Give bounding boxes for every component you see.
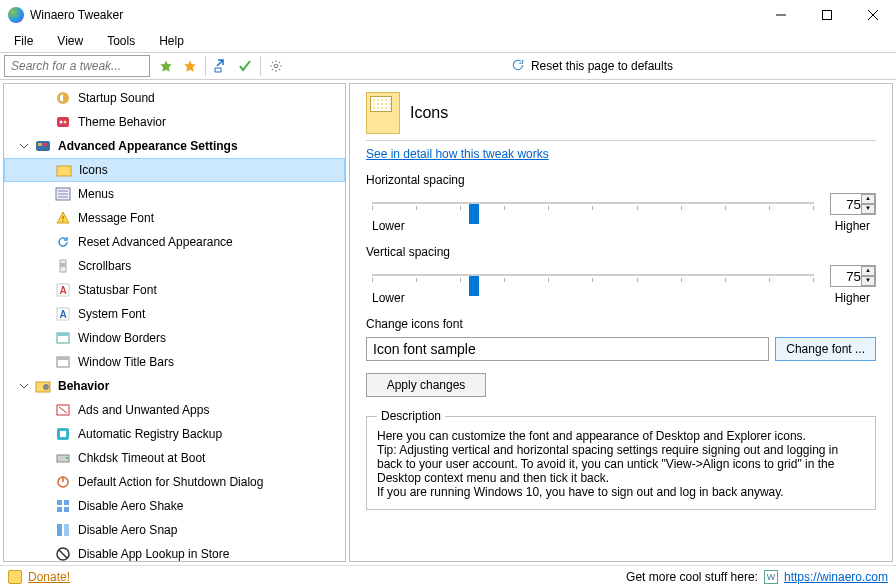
tree-item-window-borders[interactable]: Window Borders <box>4 326 345 350</box>
tree-item-system-font[interactable]: A System Font <box>4 302 345 326</box>
menu-help[interactable]: Help <box>149 32 194 50</box>
warning-icon <box>54 209 72 227</box>
tree-item-scrollbars[interactable]: Scrollbars <box>4 254 345 278</box>
svg-rect-28 <box>57 357 69 360</box>
svg-rect-39 <box>57 500 62 505</box>
chevron-down-icon[interactable] <box>18 140 30 152</box>
tree-label: Window Title Bars <box>78 355 174 369</box>
description-text: If you are running Windows 10, you have … <box>377 485 865 499</box>
window-icon <box>54 329 72 347</box>
store-block-icon <box>54 545 72 561</box>
spin-down-icon[interactable]: ▼ <box>861 204 875 214</box>
checkmark-icon[interactable] <box>234 55 256 77</box>
tree-item-aero-shake[interactable]: Disable Aero Shake <box>4 494 345 518</box>
vertical-spacing-label: Vertical spacing <box>366 245 876 259</box>
font-sample-box: Icon font sample <box>366 337 769 361</box>
tree-label: Scrollbars <box>78 259 131 273</box>
svg-point-30 <box>43 384 49 390</box>
tree-item-theme-behavior[interactable]: Theme Behavior <box>4 110 345 134</box>
tree-item-menus[interactable]: Menus <box>4 182 345 206</box>
font-a-blue-icon: A <box>54 305 72 323</box>
menu-view[interactable]: View <box>47 32 93 50</box>
power-icon <box>54 473 72 491</box>
change-font-label: Change icons font <box>366 317 876 331</box>
change-font-button[interactable]: Change font ... <box>775 337 876 361</box>
tree-item-ads[interactable]: Ads and Unwanted Apps <box>4 398 345 422</box>
tree-item-app-lookup[interactable]: Disable App Lookup in Store <box>4 542 345 561</box>
tree-cat-behavior[interactable]: Behavior <box>4 374 345 398</box>
tree-item-aero-snap[interactable]: Disable Aero Snap <box>4 518 345 542</box>
higher-label: Higher <box>835 291 870 305</box>
titlebar-icon <box>54 353 72 371</box>
donate-icon <box>8 570 22 584</box>
search-input[interactable] <box>4 55 150 77</box>
winaero-badge-icon: W <box>764 570 778 584</box>
folder-icons-icon <box>366 92 400 134</box>
content-pane: Icons See in detail how this tweak works… <box>349 83 893 562</box>
tree-label: Theme Behavior <box>78 115 166 129</box>
svg-rect-34 <box>60 431 66 437</box>
tree-label: Disable Aero Snap <box>78 523 177 537</box>
tree-label: Menus <box>78 187 114 201</box>
svg-rect-41 <box>57 507 62 512</box>
spin-up-icon[interactable]: ▲ <box>861 194 875 204</box>
lower-label: Lower <box>372 219 405 233</box>
tree-item-message-font[interactable]: Message Font <box>4 206 345 230</box>
horizontal-spacing-slider[interactable] <box>366 194 820 214</box>
spin-up-icon[interactable]: ▲ <box>861 266 875 276</box>
donate-link[interactable]: Donate! <box>28 570 70 584</box>
tree-label: Statusbar Font <box>78 283 157 297</box>
svg-rect-10 <box>38 143 42 146</box>
fav-orange-star-icon[interactable] <box>179 55 201 77</box>
reset-icon <box>511 58 525 75</box>
winaero-link[interactable]: https://winaero.com <box>784 570 888 584</box>
reset-page-button[interactable]: Reset this page to defaults <box>531 59 673 73</box>
tree-pane: Startup Sound Theme Behavior Advanced Ap… <box>3 83 346 562</box>
font-a-red-icon: A <box>54 281 72 299</box>
lower-label: Lower <box>372 291 405 305</box>
page-title: Icons <box>410 104 448 122</box>
svg-rect-11 <box>43 143 47 146</box>
tree-item-window-titlebars[interactable]: Window Title Bars <box>4 350 345 374</box>
tree-label: Disable App Lookup in Store <box>78 547 229 561</box>
chevron-down-icon[interactable] <box>18 380 30 392</box>
tree-item-reset-appearance[interactable]: Reset Advanced Appearance <box>4 230 345 254</box>
higher-label: Higher <box>835 219 870 233</box>
more-stuff-label: Get more cool stuff here: <box>626 570 758 584</box>
tree-cat-advanced-appearance[interactable]: Advanced Appearance Settings <box>4 134 345 158</box>
minimize-button[interactable] <box>758 0 804 30</box>
svg-point-36 <box>66 457 68 459</box>
nav-tree[interactable]: Startup Sound Theme Behavior Advanced Ap… <box>4 84 345 561</box>
tree-item-shutdown-dialog[interactable]: Default Action for Shutdown Dialog <box>4 470 345 494</box>
fav-green-star-icon[interactable] <box>155 55 177 77</box>
grid-icon <box>54 497 72 515</box>
menubar: File View Tools Help <box>0 30 896 52</box>
toolbar: Reset this page to defaults <box>0 52 896 80</box>
tree-item-statusbar-font[interactable]: A Statusbar Font <box>4 278 345 302</box>
svg-rect-43 <box>57 524 62 536</box>
window-title: Winaero Tweaker <box>30 8 758 22</box>
spin-down-icon[interactable]: ▼ <box>861 276 875 286</box>
expand-tree-icon[interactable] <box>210 55 232 77</box>
tree-label: Message Font <box>78 211 154 225</box>
tree-label: Reset Advanced Appearance <box>78 235 233 249</box>
tree-item-startup-sound[interactable]: Startup Sound <box>4 86 345 110</box>
vertical-spacing-slider[interactable] <box>366 266 820 286</box>
gear-icon[interactable] <box>265 55 287 77</box>
registry-icon <box>54 425 72 443</box>
tree-item-chkdsk[interactable]: Chkdsk Timeout at Boot <box>4 446 345 470</box>
menu-file[interactable]: File <box>4 32 43 50</box>
svg-point-4 <box>274 64 278 68</box>
description-text: Here you can customize the font and appe… <box>377 429 865 443</box>
detail-link[interactable]: See in detail how this tweak works <box>366 147 549 161</box>
tree-label: Behavior <box>58 379 109 393</box>
tree-item-icons[interactable]: Icons <box>4 158 345 182</box>
menu-tools[interactable]: Tools <box>97 32 145 50</box>
close-button[interactable] <box>850 0 896 30</box>
snap-icon <box>54 521 72 539</box>
tree-item-auto-registry-backup[interactable]: Automatic Registry Backup <box>4 422 345 446</box>
maximize-button[interactable] <box>804 0 850 30</box>
tree-label: Startup Sound <box>78 91 155 105</box>
sound-icon <box>54 89 72 107</box>
apply-changes-button[interactable]: Apply changes <box>366 373 486 397</box>
